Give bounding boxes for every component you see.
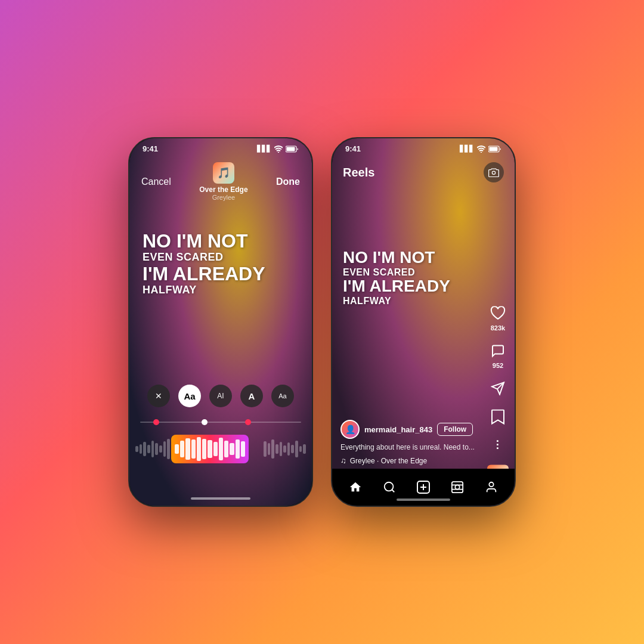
user-row: 👤 mermaid_hair_843 Follow	[340, 420, 476, 439]
dots-icon: ⋯	[488, 436, 507, 455]
nav-reels-icon[interactable]	[445, 475, 469, 499]
waveform-selection[interactable]	[171, 435, 249, 463]
svg-point-6	[385, 482, 394, 491]
save-button[interactable]	[488, 407, 507, 426]
music-row[interactable]: ♫ Greylee · Over the Edge	[340, 456, 476, 465]
svg-rect-3	[490, 147, 498, 151]
comment-button[interactable]: 952	[488, 341, 507, 369]
like-count: 823k	[491, 324, 505, 332]
caption: Everything about here is unreal. Need to…	[340, 442, 476, 453]
editor-header: Cancel 🎵 Over the Edge Greylee Done	[129, 157, 312, 206]
signal-icon-right: ▋▋▋	[460, 145, 474, 153]
ai-text-button[interactable]: AI	[209, 385, 232, 407]
font-size-button[interactable]: Aa	[271, 385, 294, 407]
wifi-icon-right	[477, 145, 485, 153]
right-lyric-2: EVEN SCARED	[343, 267, 450, 278]
timeline-dot-3[interactable]	[245, 419, 251, 425]
svg-rect-11	[452, 482, 463, 493]
lyric-line-3: I'M ALREADY	[143, 264, 265, 284]
comment-icon	[488, 341, 507, 360]
right-lyric-1: NO I'M NOT	[343, 249, 450, 267]
timeline-dot-2[interactable]	[202, 419, 208, 425]
battery-icon	[286, 145, 299, 153]
music-credit: Greylee · Over the Edge	[350, 457, 427, 465]
reels-title: Reels	[343, 166, 374, 179]
timeline-track	[140, 422, 301, 423]
right-home-indicator	[397, 499, 450, 501]
more-button[interactable]: ⋯	[488, 436, 507, 455]
right-phone: 9:41 ▋▋▋ Reels	[331, 137, 516, 507]
music-note-icon: ♫	[340, 456, 346, 465]
done-button[interactable]: Done	[276, 177, 300, 187]
comment-count: 952	[493, 362, 503, 369]
timeline-dot-1[interactable]	[153, 419, 159, 425]
waveform-area[interactable]	[129, 428, 312, 470]
song-artist: Greylee	[199, 194, 247, 201]
song-title: Over the Edge	[199, 185, 247, 194]
action-buttons: 823k 952	[487, 304, 509, 486]
nav-add-icon[interactable]	[411, 475, 435, 499]
svg-line-7	[392, 490, 394, 492]
share-icon	[488, 379, 507, 398]
text-toolbar: ✕ Aa AI A Aa	[129, 385, 312, 407]
wifi-icon	[274, 145, 283, 153]
svg-point-15	[490, 482, 494, 487]
left-lyrics: NO I'M NOT EVEN SCARED I'M ALREADY HALFW…	[143, 231, 265, 296]
nav-home-icon[interactable]	[343, 475, 367, 499]
lyric-line-2: EVEN SCARED	[143, 252, 265, 264]
battery-icon-right	[488, 145, 501, 153]
avatar: 👤	[340, 420, 360, 439]
bookmark-icon	[488, 407, 507, 426]
video-info: 👤 mermaid_hair_843 Follow Everything abo…	[332, 420, 485, 465]
font-solid-button[interactable]: A	[240, 385, 263, 407]
reels-header: Reels	[332, 157, 515, 187]
share-button[interactable]	[488, 379, 507, 398]
nav-search-icon[interactable]	[377, 475, 401, 499]
follow-button[interactable]: Follow	[437, 423, 473, 436]
left-time: 9:41	[143, 144, 158, 153]
right-status-bar: 9:41 ▋▋▋	[332, 138, 515, 156]
left-phone: 9:41 ▋▋▋ Cancel 🎵 Over the Edge Greyle	[128, 137, 313, 507]
font-style-aa-button[interactable]: Aa	[178, 385, 201, 407]
lyric-line-4: HALFWAY	[143, 284, 265, 296]
left-status-icons: ▋▋▋	[257, 145, 299, 153]
svg-point-12	[455, 485, 459, 489]
camera-button[interactable]	[484, 162, 504, 182]
signal-icon: ▋▋▋	[257, 145, 271, 153]
left-status-bar: 9:41 ▋▋▋	[129, 138, 312, 156]
right-lyric-4: HALFWAY	[343, 296, 450, 306]
waveform	[135, 435, 306, 463]
nav-profile-icon[interactable]	[479, 475, 503, 499]
song-album-art: 🎵	[213, 162, 234, 184]
cancel-button[interactable]: Cancel	[141, 177, 171, 187]
username: mermaid_hair_843	[364, 425, 432, 434]
like-button[interactable]: 823k	[488, 304, 507, 332]
right-lyrics: NO I'M NOT EVEN SCARED I'M ALREADY HALFW…	[343, 249, 450, 306]
right-lyric-3: I'M ALREADY	[343, 277, 450, 296]
song-info: 🎵 Over the Edge Greylee	[199, 162, 247, 201]
right-time: 9:41	[345, 144, 361, 153]
heart-icon	[488, 304, 507, 323]
audio-timeline[interactable]	[140, 416, 301, 428]
svg-rect-1	[287, 147, 295, 151]
lyric-line-1: NO I'M NOT	[143, 231, 265, 252]
close-tool-button[interactable]: ✕	[147, 385, 170, 407]
left-home-indicator	[191, 497, 250, 500]
right-status-icons: ▋▋▋	[460, 145, 501, 153]
